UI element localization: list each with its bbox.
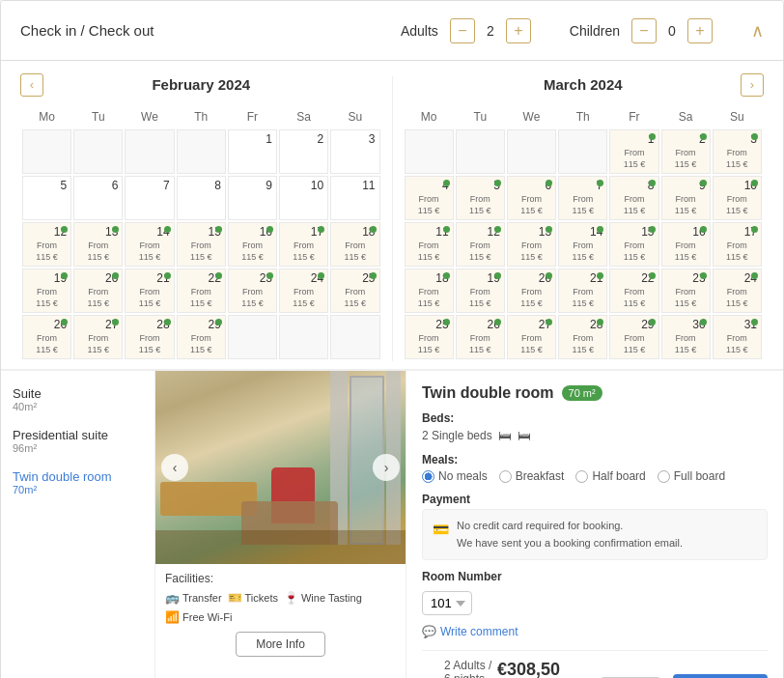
- table-row[interactable]: 20From115 €: [73, 268, 123, 313]
- table-row[interactable]: 18From115 €: [330, 222, 379, 267]
- day-price: 115 €: [714, 345, 761, 354]
- meal-full-board[interactable]: Full board: [658, 469, 725, 483]
- day-price: 115 €: [406, 345, 453, 354]
- radio-breakfast[interactable]: [499, 470, 512, 483]
- day-price: 115 €: [610, 159, 658, 169]
- table-row[interactable]: 4From115 €: [405, 176, 454, 220]
- table-row[interactable]: 29From115 €: [609, 315, 658, 359]
- meal-breakfast[interactable]: Breakfast: [499, 469, 565, 483]
- meal-half-board[interactable]: Half board: [575, 469, 645, 483]
- table-row[interactable]: 5From115 €: [456, 176, 505, 220]
- availability-dot: [649, 133, 656, 140]
- table-row[interactable]: 16From115 €: [228, 222, 277, 267]
- table-row[interactable]: 11From115 €: [405, 222, 454, 267]
- table-row[interactable]: 10From115 €: [713, 176, 762, 220]
- calendar-next-button[interactable]: ›: [741, 73, 764, 97]
- table-row[interactable]: 12From115 €: [22, 222, 71, 267]
- children-decrement-button[interactable]: −: [631, 18, 657, 43]
- calendar-prev-button[interactable]: ‹: [20, 73, 43, 97]
- table-row[interactable]: 23From115 €: [661, 268, 711, 313]
- room-item-suite[interactable]: Suite 40m²: [13, 386, 143, 412]
- table-row[interactable]: 13From115 €: [507, 222, 556, 267]
- table-row[interactable]: 27From115 €: [73, 315, 123, 359]
- day-price: 115 €: [23, 252, 70, 262]
- table-row[interactable]: 7From115 €: [558, 176, 607, 220]
- cal-dow-th: Th: [177, 106, 226, 127]
- radio-full-board[interactable]: [658, 470, 670, 483]
- day-price: 115 €: [406, 252, 453, 262]
- table-row[interactable]: 15From115 €: [177, 222, 226, 267]
- table-row[interactable]: 16From115 €: [661, 222, 711, 267]
- table-row[interactable]: 12From115 €: [456, 222, 505, 267]
- table-row[interactable]: 14From115 €: [125, 222, 174, 267]
- table-row[interactable]: 2From115 €: [661, 129, 711, 174]
- table-row[interactable]: 24From115 €: [713, 268, 762, 313]
- table-row[interactable]: 8From115 €: [609, 176, 658, 220]
- table-row[interactable]: 13From115 €: [73, 222, 123, 267]
- day-price: 115 €: [406, 206, 453, 215]
- day-number: 6: [74, 177, 122, 194]
- table-row[interactable]: 27From115 €: [507, 315, 556, 359]
- table-row[interactable]: 22From115 €: [177, 268, 226, 313]
- adults-decrement-button[interactable]: −: [450, 18, 475, 43]
- day-price: 115 €: [559, 345, 606, 354]
- day-price: 115 €: [508, 345, 555, 354]
- children-increment-button[interactable]: +: [687, 18, 713, 43]
- table-row[interactable]: 23From115 €: [228, 268, 277, 313]
- table-row[interactable]: 26From115 €: [456, 315, 505, 359]
- facility-transfer-label: Transfer: [182, 592, 222, 604]
- booking-price-area: €308,50 *incl. €3,5 VAT *incl. €5,00 Cle…: [497, 660, 768, 678]
- radio-half-board[interactable]: [575, 470, 588, 483]
- availability-dot: [751, 272, 758, 279]
- meal-no-meals[interactable]: No meals: [422, 469, 488, 483]
- table-row[interactable]: 30From115 €: [661, 315, 711, 359]
- table-row[interactable]: 31From115 €: [713, 315, 762, 359]
- table-row[interactable]: 19From115 €: [456, 268, 505, 313]
- write-comment-link[interactable]: 💬 Write comment: [422, 625, 768, 638]
- table-row[interactable]: 9From115 €: [661, 176, 711, 220]
- room-item-twin[interactable]: Twin double room 70m²: [13, 469, 143, 495]
- table-row[interactable]: 29From115 €: [177, 315, 226, 359]
- radio-no-meals[interactable]: [422, 470, 434, 483]
- cal-dow-su2: Su: [713, 106, 762, 127]
- table-row[interactable]: 26From115 €: [22, 315, 71, 359]
- payment-row: Payment 💳 No credit card required for bo…: [422, 493, 768, 560]
- table-row[interactable]: 25From115 €: [330, 268, 379, 313]
- room-number-select[interactable]: 101 102 103: [422, 591, 472, 615]
- day-price: 115 €: [508, 206, 555, 215]
- room-item-presidential[interactable]: Presidential suite 96m²: [13, 428, 143, 454]
- table-row[interactable]: 28From115 €: [125, 315, 174, 359]
- more-info-button[interactable]: More Info: [236, 632, 325, 657]
- table-row[interactable]: 20From115 €: [507, 268, 556, 313]
- collapse-button[interactable]: ∧: [751, 20, 764, 42]
- booking-guests: 2 Adults / 6 nights: [444, 659, 497, 678]
- table-row[interactable]: 1From115 €: [609, 129, 658, 174]
- table-row[interactable]: 15From115 €: [609, 222, 658, 267]
- photo-prev-button[interactable]: ‹: [161, 454, 188, 481]
- table-row[interactable]: 25From115 €: [405, 315, 454, 359]
- table-row[interactable]: 21From115 €: [558, 268, 607, 313]
- table-row[interactable]: 22From115 €: [609, 268, 658, 313]
- table-row[interactable]: 18From115 €: [405, 268, 454, 313]
- table-row[interactable]: 14From115 €: [558, 222, 607, 267]
- calendar-february: ‹ February 2024 Mo Tu We Th Fr Sa Su: [20, 76, 382, 361]
- table-row[interactable]: 24From115 €: [279, 268, 328, 313]
- table-row[interactable]: 21From115 €: [125, 268, 174, 313]
- room-number-row: Room Number 101 102 103: [422, 570, 768, 615]
- table-row[interactable]: 3From115 €: [713, 129, 762, 174]
- table-row[interactable]: 17From115 €: [279, 222, 328, 267]
- room-detail-name: Twin double room: [422, 384, 554, 402]
- day-from-label: From: [508, 287, 555, 298]
- reserve-button[interactable]: Reserve: [673, 674, 769, 678]
- table-row[interactable]: 17From115 €: [713, 222, 762, 267]
- photo-next-button[interactable]: ›: [373, 454, 400, 481]
- table-row[interactable]: 6From115 €: [507, 176, 556, 220]
- table-row[interactable]: 28From115 €: [558, 315, 607, 359]
- day-price: 115 €: [457, 206, 504, 215]
- day-from-label: From: [610, 333, 658, 345]
- table-row[interactable]: 19From115 €: [22, 268, 71, 313]
- day-price: 115 €: [126, 252, 173, 262]
- availability-dot: [649, 180, 656, 186]
- adults-increment-button[interactable]: +: [506, 18, 531, 43]
- room-image-area: ‹ › Facilities: 🚌 Transfer 🎫 Tickets 🍷: [155, 371, 406, 678]
